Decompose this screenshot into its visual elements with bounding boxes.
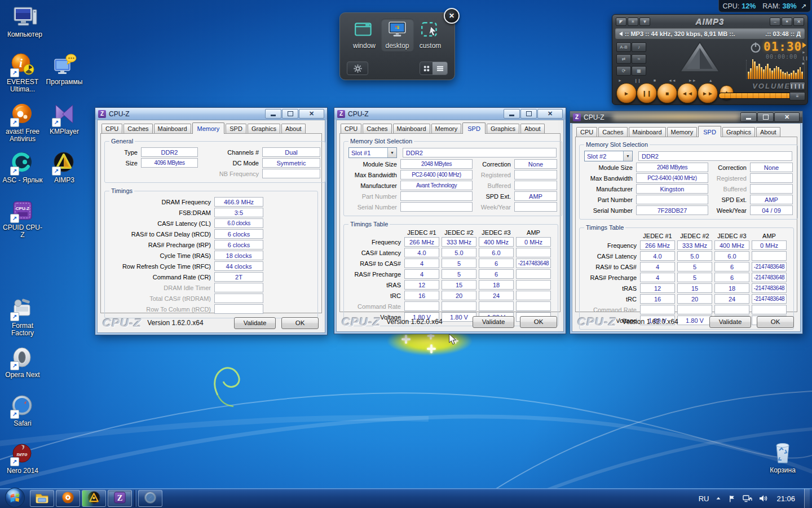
validate-button[interactable]: Validate [234, 317, 276, 329]
tab-caches[interactable]: Caches [123, 124, 152, 133]
next-button[interactable]: ►► [698, 83, 718, 103]
desktop-icon-programs[interactable]: Программы [44, 52, 85, 86]
taskbar-button-safari[interactable] [138, 490, 162, 507]
validate-button[interactable]: Validate [709, 316, 751, 328]
aimp-mode-button-0[interactable]: A-B [616, 42, 631, 52]
tab-spd[interactable]: SPD [698, 126, 721, 137]
tab-cpu[interactable]: CPU [102, 124, 122, 133]
cpu-ram-monitor[interactable]: CPU: 12% RAM: 38% ↗ [718, 0, 811, 12]
tab-cpu[interactable]: CPU [576, 127, 597, 137]
ok-button[interactable]: OK [520, 316, 557, 328]
tab-graphics[interactable]: Graphics [722, 127, 755, 137]
desktop-icon-recycle-bin[interactable]: Корзина [762, 440, 803, 474]
maximize-button[interactable] [520, 109, 537, 119]
minimize-button[interactable] [504, 109, 520, 119]
aimp-mode-button-4[interactable]: ⟳ [616, 66, 631, 76]
close-button[interactable]: ✕ [299, 109, 324, 119]
minimize-button[interactable] [265, 109, 281, 119]
volume-icon[interactable] [758, 494, 767, 502]
close-icon[interactable]: ✕ [444, 8, 460, 24]
chevron-down-icon[interactable]: ▼ [623, 151, 632, 161]
tab-caches[interactable]: Caches [363, 124, 391, 133]
titlebar[interactable]: ZCPU-Z✕ [570, 111, 802, 123]
aimp-tray-button[interactable]: ▼ [639, 17, 650, 26]
layout-toggle-button[interactable] [420, 62, 448, 75]
tab-spd[interactable]: SPD [462, 122, 486, 134]
desktop-icon-asc[interactable]: ↗ASC - Ярлык [2, 150, 43, 184]
aimp-close-button[interactable]: ✕ [793, 17, 804, 26]
play-button[interactable]: ► [616, 83, 637, 103]
aimp-mode-button-5[interactable]: ▦ [632, 66, 646, 76]
capture-mode-desktop[interactable]: desktop [381, 19, 414, 51]
transport-glyph: ►► [689, 78, 696, 83]
close-button[interactable]: ✕ [774, 112, 800, 122]
aimp-minimize-button[interactable]: – [770, 17, 780, 26]
clock[interactable]: 21:06 [776, 494, 795, 503]
titlebar[interactable]: ZCPU-Z✕ [95, 108, 327, 120]
tab-about[interactable]: About [520, 124, 545, 133]
previous-button[interactable]: ◄◄ [677, 83, 698, 103]
tab-about[interactable]: About [756, 127, 780, 137]
desktop-icon-aimp3[interactable]: ↗AIMP3 [44, 150, 85, 184]
hidden-icons-button[interactable] [714, 494, 722, 502]
aimp-ontop-button[interactable]: ✶ [782, 17, 792, 26]
desktop-icon-avast[interactable]: ↗avast! Free Antivirus [2, 102, 43, 143]
power-icon[interactable] [749, 41, 762, 54]
language-indicator[interactable]: RU [699, 494, 709, 503]
desktop-icon-format-factory[interactable]: ↗Format Factory [2, 296, 43, 337]
tab-memory[interactable]: Memory [431, 124, 462, 133]
aimp-mode-button-3[interactable]: ≈ [632, 54, 646, 64]
desktop-icon-computer[interactable]: Компьютер [5, 5, 45, 38]
tab-graphics[interactable]: Graphics [487, 124, 519, 133]
aimp-mode-button-2[interactable]: ⇄ [616, 54, 631, 64]
tab-mainboard[interactable]: Mainboard [629, 127, 666, 137]
aimp-menu-button[interactable]: ◤ [616, 17, 626, 26]
ok-button[interactable]: OK [757, 316, 794, 328]
network-icon[interactable] [742, 494, 753, 503]
desktop-icon-everest[interactable]: i↗EVEREST Ultima... [2, 52, 43, 93]
tab-spd[interactable]: SPD [226, 124, 246, 133]
aimp-settings-button[interactable]: ✳ [628, 17, 638, 26]
minimize-button[interactable] [740, 112, 757, 122]
close-button[interactable]: ✕ [537, 109, 563, 119]
pause-button[interactable]: ❙❙ [637, 83, 657, 103]
stop-button[interactable]: ■ [657, 83, 677, 103]
tab-caches[interactable]: Caches [598, 127, 627, 137]
desktop-icon-cpuid-cpuz[interactable]: CPU-Z↗CPUID CPU-Z [2, 198, 43, 239]
desktop-icon-opera-next[interactable]: ↗Opera Next [2, 345, 43, 379]
taskbar-button-aimp[interactable] [82, 490, 106, 507]
action-center-icon[interactable] [728, 494, 736, 503]
capture-mode-custom[interactable]: custom [414, 19, 447, 51]
aimp-titlebar[interactable]: ◤✳▼ AIMP3 –✶✕ [612, 15, 807, 27]
tab-mainboard[interactable]: Mainboard [393, 124, 430, 133]
aimp-mode-button-1[interactable]: ♪ [632, 42, 646, 52]
show-desktop-button[interactable] [804, 489, 810, 508]
ok-button[interactable]: OK [281, 317, 319, 329]
start-button[interactable] [5, 487, 25, 508]
taskbar-button-cpuz[interactable]: Z [108, 490, 132, 507]
desktop-icon-kmplayer[interactable]: ↗KMPlayer [44, 102, 85, 135]
chevron-down-icon[interactable]: ▼ [387, 148, 396, 157]
taskbar-button-avast[interactable] [56, 490, 80, 507]
titlebar[interactable]: ZCPU-Z✕ [334, 108, 566, 120]
tab-memory[interactable]: Memory [667, 127, 698, 137]
tab-mainboard[interactable]: Mainboard [154, 124, 191, 133]
aimp-equalizer-button[interactable]: ❙❙❙❙ [789, 82, 805, 90]
slot-selector-dropdown[interactable]: Slot #2▼ [584, 151, 633, 161]
aimp-playlist-button[interactable]: ≡ [789, 92, 805, 100]
tab-graphics[interactable]: Graphics [248, 124, 280, 133]
maximize-button[interactable] [282, 109, 298, 119]
table-cell: 12 [640, 283, 675, 293]
validate-button[interactable]: Validate [473, 316, 514, 328]
expand-arrow-icon[interactable]: ↗ [801, 2, 807, 10]
tab-cpu[interactable]: CPU [341, 124, 361, 133]
maximize-button[interactable] [757, 112, 774, 122]
slot-selector-dropdown[interactable]: Slot #1▼ [348, 147, 397, 158]
settings-button[interactable] [347, 62, 368, 75]
taskbar-button-explorer[interactable] [30, 490, 54, 507]
capture-mode-window[interactable]: window [348, 19, 381, 51]
tab-memory[interactable]: Memory [192, 122, 225, 134]
desktop-icon-nero[interactable]: nero↗Nero 2014 [2, 441, 43, 475]
tab-about[interactable]: About [281, 124, 306, 133]
desktop-icon-safari[interactable]: ↗Safari [2, 393, 43, 427]
